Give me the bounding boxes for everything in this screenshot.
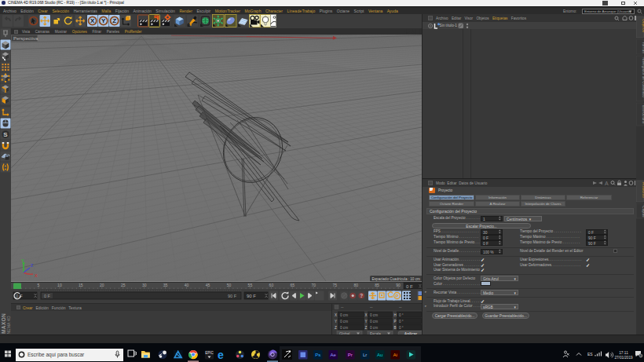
svg-text:Y: Y bbox=[21, 258, 24, 263]
svg-text:Espaciado Cuadrícula : 10 cm: Espaciado Cuadrícula : 10 cm bbox=[372, 277, 420, 281]
svg-text:20: 20 bbox=[100, 283, 104, 287]
svg-text:55: 55 bbox=[248, 283, 253, 287]
svg-text:Z: Z bbox=[365, 326, 368, 330]
svg-text:90 F: 90 F bbox=[247, 294, 256, 298]
svg-text:Y: Y bbox=[365, 320, 368, 324]
svg-text:B: B bbox=[394, 326, 397, 330]
svg-text:Ps: Ps bbox=[315, 353, 320, 357]
svg-text:10: 10 bbox=[57, 283, 62, 287]
svg-text:EPIC: EPIC bbox=[205, 351, 214, 355]
svg-text:27/01/2019: 27/01/2019 bbox=[615, 356, 633, 360]
svg-text:15: 15 bbox=[79, 283, 83, 287]
svg-text:--: -- bbox=[341, 305, 344, 309]
svg-text:Z: Z bbox=[335, 326, 337, 330]
svg-text:Atributos: Atributos bbox=[642, 182, 644, 198]
svg-text:0 F: 0 F bbox=[406, 284, 413, 289]
svg-text:Objetos: Objetos bbox=[642, 19, 644, 33]
svg-text:Z: Z bbox=[112, 17, 116, 24]
svg-text:75: 75 bbox=[332, 283, 337, 287]
svg-text:60: 60 bbox=[269, 283, 274, 287]
svg-text:0 cm: 0 cm bbox=[370, 313, 378, 317]
svg-text:ES: ES bbox=[587, 352, 593, 357]
svg-text:30: 30 bbox=[142, 283, 147, 287]
svg-text:X: X bbox=[35, 273, 38, 278]
svg-text:Au: Au bbox=[377, 353, 382, 357]
svg-text:0 °: 0 ° bbox=[399, 313, 404, 317]
svg-text:--: -- bbox=[370, 305, 373, 309]
svg-text:S: S bbox=[3, 131, 8, 138]
svg-text:0 cm: 0 cm bbox=[340, 326, 348, 330]
svg-text:Ae: Ae bbox=[331, 353, 337, 357]
svg-text:Perspectiva: Perspectiva bbox=[13, 36, 38, 41]
svg-text:MAXON: MAXON bbox=[1, 313, 6, 334]
svg-text:0 cm: 0 cm bbox=[370, 326, 378, 330]
svg-text:35: 35 bbox=[163, 283, 168, 287]
svg-text:85: 85 bbox=[375, 283, 379, 287]
svg-text:Pr: Pr bbox=[348, 353, 353, 357]
svg-text:0 °: 0 ° bbox=[399, 326, 404, 330]
svg-text:65: 65 bbox=[291, 283, 295, 287]
svg-text:Capas: Capas bbox=[642, 206, 644, 218]
svg-text:90: 90 bbox=[396, 283, 401, 287]
svg-text:X: X bbox=[335, 313, 337, 317]
svg-text:0 F: 0 F bbox=[44, 294, 51, 298]
svg-text:e: e bbox=[218, 349, 224, 361]
svg-text:0 cm: 0 cm bbox=[370, 320, 378, 324]
svg-text:Ai: Ai bbox=[393, 353, 397, 357]
svg-text:70: 70 bbox=[312, 283, 317, 287]
svg-text:Y: Y bbox=[101, 17, 106, 24]
svg-text:25: 25 bbox=[121, 283, 126, 287]
svg-text:H: H bbox=[394, 313, 397, 317]
svg-text:Navegador de Contenido: Navegador de Contenido bbox=[642, 57, 644, 98]
svg-text:5: 5 bbox=[38, 283, 40, 287]
svg-text:17:11: 17:11 bbox=[619, 351, 628, 355]
svg-text:Escribe aquí para buscar: Escribe aquí para buscar bbox=[27, 352, 85, 358]
svg-text:Y: Y bbox=[335, 320, 337, 324]
svg-text:X: X bbox=[90, 17, 95, 24]
svg-text:0 cm: 0 cm bbox=[340, 313, 348, 317]
svg-text:Tomas: Tomas bbox=[642, 42, 644, 53]
svg-text:0 °: 0 ° bbox=[399, 320, 404, 324]
svg-text:?: ? bbox=[360, 293, 363, 298]
svg-text:80: 80 bbox=[353, 283, 358, 287]
svg-text:P: P bbox=[394, 320, 397, 324]
svg-text:P: P bbox=[395, 294, 398, 298]
svg-text:X: X bbox=[365, 313, 368, 317]
svg-text:90 F: 90 F bbox=[228, 294, 237, 298]
svg-text:Lr: Lr bbox=[363, 353, 367, 357]
svg-text:40: 40 bbox=[185, 283, 189, 287]
svg-text:50: 50 bbox=[227, 283, 232, 287]
svg-text:45: 45 bbox=[206, 283, 210, 287]
svg-text:--: -- bbox=[399, 305, 402, 309]
svg-text:Estructura: Estructura bbox=[642, 105, 644, 123]
svg-text:0 cm: 0 cm bbox=[340, 320, 348, 324]
